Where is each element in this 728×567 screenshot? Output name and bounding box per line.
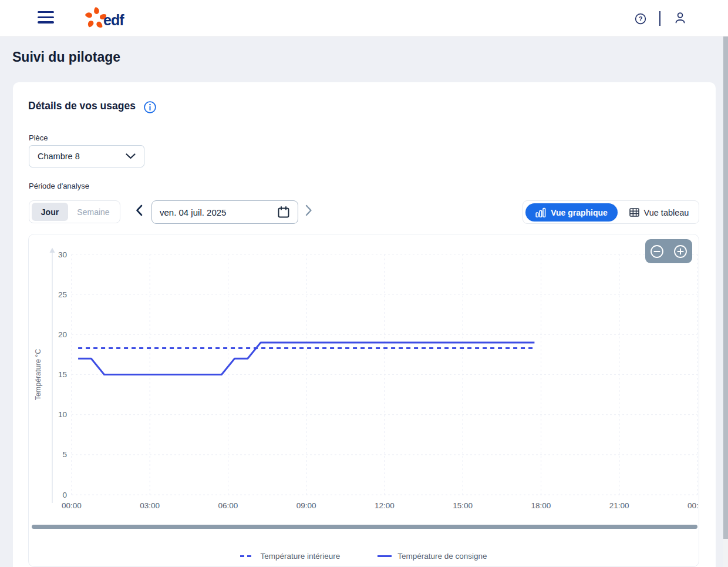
edf-logo-text: edf — [103, 12, 124, 29]
legend-item[interactable]: Température de consigne — [378, 552, 487, 561]
hamburger-icon — [38, 11, 54, 13]
chart-scrollbar[interactable] — [32, 525, 697, 529]
zoom-in-button[interactable] — [673, 244, 687, 259]
chart-legend: Température intérieureTempérature de con… — [29, 552, 699, 561]
info-icon[interactable] — [143, 100, 157, 114]
page-scrollbar[interactable] — [723, 36, 728, 567]
chevron-down-icon — [126, 153, 136, 159]
help-icon: ? — [635, 13, 646, 25]
svg-text:25: 25 — [58, 290, 67, 299]
svg-text:Température °C: Température °C — [34, 349, 42, 401]
chevron-left-icon — [136, 204, 143, 216]
svg-text:18:00: 18:00 — [531, 501, 551, 510]
period-option-semaine[interactable]: Semaine — [69, 203, 117, 221]
zoom-out-icon — [650, 244, 664, 259]
svg-text:5: 5 — [62, 450, 67, 459]
svg-text:09:00: 09:00 — [296, 501, 316, 510]
zoom-out-button[interactable] — [650, 244, 664, 259]
help-button[interactable]: ? — [635, 13, 646, 25]
menu-button[interactable] — [38, 11, 55, 26]
usage-details-card: Détails de vos usages Pièce Chambre 8 Pé… — [13, 82, 716, 567]
chevron-right-icon — [305, 204, 312, 216]
prev-day-button[interactable] — [136, 204, 143, 216]
period-toggle: Jour Semaine — [29, 200, 120, 223]
edf-logo[interactable]: edf — [84, 5, 124, 31]
legend-label: Température intérieure — [260, 552, 340, 561]
header-divider — [659, 11, 660, 26]
legend-item[interactable]: Température intérieure — [240, 552, 340, 561]
view-table-label: Vue tableau — [644, 208, 689, 217]
svg-text:00:00: 00:00 — [687, 501, 699, 510]
next-day-button[interactable] — [305, 204, 312, 216]
card-title: Détails de vos usages — [28, 100, 136, 112]
page-title: Suivi du pilotage — [12, 49, 120, 65]
svg-text:15:00: 15:00 — [453, 501, 473, 510]
svg-text:03:00: 03:00 — [140, 501, 160, 510]
calendar-icon — [277, 206, 290, 219]
period-option-jour[interactable]: Jour — [32, 203, 68, 221]
svg-text:06:00: 06:00 — [218, 501, 238, 510]
room-label: Pièce — [29, 133, 48, 142]
svg-text:21:00: 21:00 — [609, 501, 629, 510]
svg-text:00:00: 00:00 — [62, 501, 82, 510]
temperature-chart: 05101520253000:0003:0006:0009:0012:0015:… — [29, 234, 699, 516]
svg-text:15: 15 — [58, 370, 67, 379]
page-scrollbar-thumb[interactable] — [723, 36, 728, 539]
svg-text:10: 10 — [58, 410, 67, 419]
date-value: ven. 04 juil. 2025 — [160, 207, 226, 217]
user-icon — [675, 12, 686, 24]
svg-text:0: 0 — [62, 491, 67, 499]
legend-label: Température de consigne — [397, 552, 487, 561]
svg-text:30: 30 — [58, 250, 67, 259]
legend-swatch-solid — [378, 555, 392, 558]
view-graph-button[interactable]: Vue graphique — [525, 203, 618, 222]
chart-zoom-controls — [645, 239, 692, 263]
table-icon — [629, 207, 639, 217]
svg-text:12:00: 12:00 — [375, 501, 395, 510]
period-label: Période d'analyse — [29, 182, 89, 190]
room-select[interactable]: Chambre 8 — [29, 145, 144, 167]
view-toggle: Vue graphique Vue tableau — [523, 200, 699, 224]
date-picker[interactable]: ven. 04 juil. 2025 — [151, 200, 298, 224]
room-select-value: Chambre 8 — [38, 152, 80, 161]
top-header: edf ? — [0, 0, 728, 37]
zoom-in-icon — [673, 244, 687, 259]
legend-swatch-dashed — [240, 555, 254, 558]
svg-text:20: 20 — [58, 330, 67, 339]
account-button[interactable] — [675, 12, 686, 24]
view-graph-label: Vue graphique — [551, 208, 608, 217]
svg-text:?: ? — [639, 15, 643, 22]
bar-chart-icon — [535, 207, 546, 218]
chart-container: 05101520253000:0003:0006:0009:0012:0015:… — [28, 234, 699, 567]
view-table-button[interactable]: Vue tableau — [621, 203, 697, 222]
